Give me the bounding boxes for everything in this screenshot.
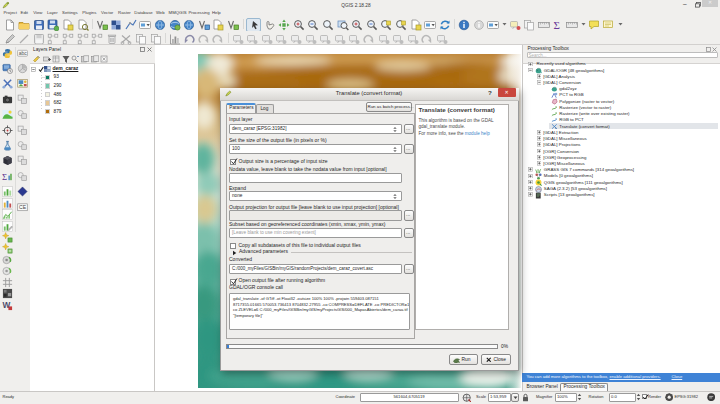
svg-text:Σ: Σ [553,19,559,31]
svg-text:CE: CE [19,204,27,210]
svg-text:Σ: Σ [2,171,7,181]
svg-text:abc: abc [18,50,27,56]
